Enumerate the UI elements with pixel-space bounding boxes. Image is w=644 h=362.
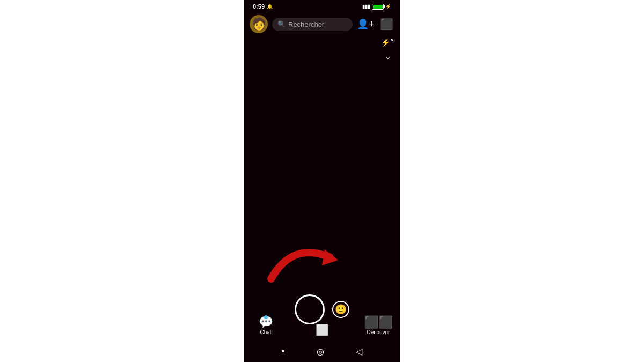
- stories-icon: ⬜: [316, 324, 329, 335]
- time-display: 0:59: [253, 3, 265, 10]
- battery-icon: [372, 4, 384, 10]
- annotation-arrow: [260, 231, 346, 290]
- emoji-lens-button[interactable]: 🙂: [332, 301, 349, 318]
- android-navbar: ▪ ◎ ◁: [244, 341, 400, 362]
- status-bar: 0:59 🔔 ▮▮▮ ⚡: [244, 0, 400, 12]
- shutter-button[interactable]: [295, 294, 325, 324]
- flash-off-icon[interactable]: ⚡✕: [381, 38, 394, 47]
- nav-item-discover[interactable]: ⬛⬛ Découvrir: [362, 316, 394, 337]
- nav-item-chat[interactable]: 💬 Chat: [250, 316, 282, 337]
- svg-marker-0: [322, 249, 338, 265]
- nav-item-stories[interactable]: ⬜: [306, 324, 338, 337]
- signal-bars-icon: ▮▮▮: [362, 4, 370, 9]
- phone-screen: 0:59 🔔 ▮▮▮ ⚡ 🧑 🔍 Rechercher 👤+: [244, 0, 400, 362]
- alarm-icon: 🔔: [267, 4, 273, 9]
- charging-icon: ⚡: [385, 4, 391, 9]
- status-time: 0:59 🔔: [253, 3, 273, 10]
- snapcode-icon[interactable]: ⬛: [380, 18, 393, 31]
- android-back-btn[interactable]: ◁: [356, 346, 362, 357]
- camera-controls: 🙂: [295, 294, 349, 324]
- right-whitespace: [400, 0, 644, 362]
- search-bar[interactable]: 🔍 Rechercher: [272, 18, 353, 31]
- android-home-btn[interactable]: ◎: [317, 346, 324, 357]
- left-whitespace: [0, 0, 244, 362]
- chat-notification-dot: [264, 315, 268, 319]
- top-bar: 🧑 🔍 Rechercher 👤+ ⬛: [244, 12, 400, 36]
- top-icons: 👤+ ⬛: [357, 18, 393, 31]
- search-icon: 🔍: [277, 20, 286, 28]
- smiley-icon: 🙂: [335, 304, 347, 315]
- red-arrow-svg: [260, 231, 346, 290]
- avatar[interactable]: 🧑: [250, 15, 268, 33]
- chat-label: Chat: [260, 329, 271, 335]
- add-friend-icon[interactable]: 👤+: [357, 18, 375, 30]
- status-icons: ▮▮▮ ⚡: [362, 4, 391, 10]
- chevron-down-icon[interactable]: ⌄: [385, 52, 391, 61]
- discover-icon: ⬛⬛: [364, 316, 393, 328]
- discover-label: Découvrir: [367, 329, 390, 335]
- side-icons: ⚡✕ ⌄: [381, 38, 394, 61]
- battery-fill: [373, 5, 383, 9]
- search-placeholder-text: Rechercher: [288, 20, 324, 28]
- android-square-btn[interactable]: ▪: [282, 346, 285, 356]
- bottom-nav: 💬 Chat 🙂 ⬜ ⬛⬛ Découvrir: [244, 287, 400, 341]
